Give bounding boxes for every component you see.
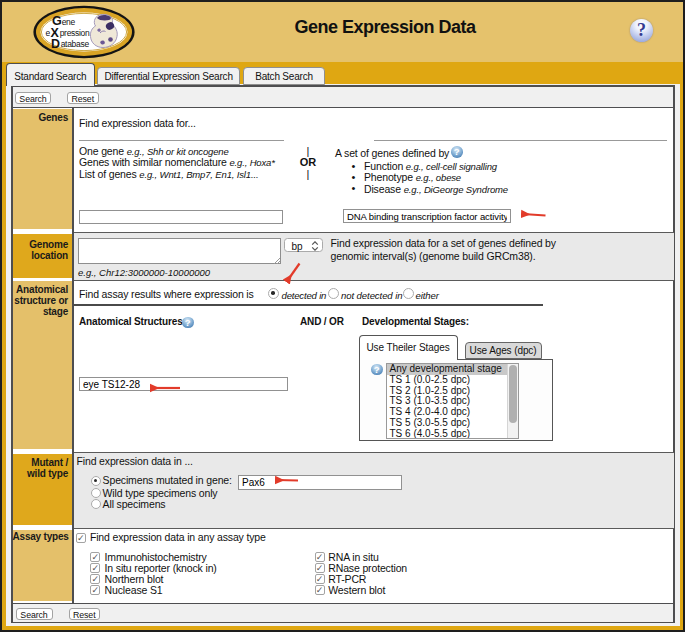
svg-text:atabase: atabase <box>61 39 90 49</box>
svg-text:D: D <box>51 37 60 51</box>
svg-text:pression: pression <box>60 28 90 38</box>
svg-text:ene: ene <box>62 17 76 27</box>
